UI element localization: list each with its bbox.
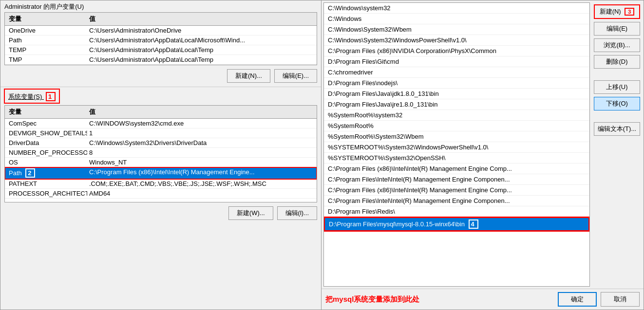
left-panel: Administrator 的用户变量(U) 变量 值 OneDrive C:\… [0, 0, 322, 310]
path-item[interactable]: C:\chromedriver [324, 67, 589, 78]
user-buttons-row: 新建(N)... 编辑(E)... [0, 65, 321, 87]
row-val: 1 [87, 129, 315, 137]
row-var: OS [7, 158, 87, 166]
sys-edit-button[interactable]: 编辑(l)... [277, 206, 317, 220]
row-val: C:\Users\Administrator\AppData\Local\Tem… [87, 46, 315, 54]
path-item[interactable]: C:\Windows\System32\WindowsPowerShell\v1… [324, 35, 589, 46]
path-item[interactable]: %SystemRoot%\System32\Wbem [324, 131, 589, 142]
sys-table-header: 变量 值 [5, 106, 317, 119]
path-edit-button[interactable]: 编辑(E) [594, 22, 640, 36]
path-item[interactable]: %SystemRoot% [324, 121, 589, 131]
table-row[interactable]: PATHEXT .COM;.EXE;.BAT;.CMD;.VBS;.VBE;.J… [5, 179, 317, 189]
table-row[interactable]: TMP C:\Users\Administrator\AppData\Local… [5, 55, 317, 65]
path-item[interactable]: C:\Windows [324, 14, 589, 24]
right-bottom-bar: 把mysql系统变量添加到此处 确定 取消 [322, 289, 644, 310]
path-item[interactable]: %SYSTEMROOT%\System32\WindowsPowerShell\… [324, 142, 589, 153]
bottom-buttons: 确定 取消 [558, 292, 640, 307]
row-val: Windows_NT [87, 158, 315, 166]
path-down-button[interactable]: 下移(O) [594, 97, 640, 110]
table-row[interactable]: DEVMGR_SHOW_DETAILS 1 [5, 128, 317, 138]
path-new-button[interactable]: 新建(N) 3 [594, 4, 640, 19]
sys-new-button[interactable]: 新建(W)... [228, 206, 273, 220]
path-item[interactable]: C:\Program Files\Intel\Intel(R) Manageme… [324, 196, 589, 206]
badge-4: 4 [469, 219, 478, 229]
badge-1: 1 [46, 92, 56, 101]
selected-path-item[interactable]: D:\Program Files\mysql\mysql-8.0.15-winx… [324, 217, 589, 231]
user-col-val-header: 值 [87, 14, 315, 24]
path-list-container: C:\Windows\system32 C:\Windows C:\Window… [322, 0, 644, 289]
user-table-header: 变量 值 [5, 13, 317, 26]
row-val: AMD64 [87, 189, 315, 198]
table-row[interactable]: NUMBER_OF_PROCESSORS 8 [5, 148, 317, 158]
path-item[interactable]: %SystemRoot%\system32 [324, 110, 589, 121]
sys-col-var-header: 变量 [7, 107, 87, 117]
table-row[interactable]: PROCESSOR_ARCHITECTURE AMD64 [5, 189, 317, 199]
row-val: .COM;.EXE;.BAT;.CMD;.VBS;.VBE;.JS;.JSE;.… [87, 180, 315, 188]
right-panel: C:\Windows\system32 C:\Windows C:\Window… [322, 0, 644, 310]
path-item[interactable]: %SYSTEMROOT%\System32\OpenSSH\ [324, 153, 589, 164]
path-item[interactable]: C:\Program Files (x86)\NVIDIA Corporatio… [324, 46, 589, 56]
path-item[interactable]: D:\Program Files\nodejs\ [324, 78, 589, 89]
path-item[interactable]: C:\Program Files (x86)\Intel\Intel(R) Ma… [324, 185, 589, 196]
row-var: Path [7, 36, 87, 44]
row-var: DEVMGR_SHOW_DETAILS [7, 129, 87, 137]
cancel-button[interactable]: 取消 [601, 292, 640, 307]
sys-section-row: 系统变量(S) 1 [0, 87, 321, 105]
path-item[interactable]: C:\Windows\System32\Wbem [324, 24, 589, 35]
row-var: PATHEXT [7, 180, 87, 188]
row-var: ComSpec [7, 119, 87, 128]
user-col-var-header: 变量 [7, 14, 87, 24]
bottom-instruction-text: 把mysql系统变量添加到此处 [325, 295, 419, 304]
row-var: Path 2 [7, 168, 87, 178]
sys-buttons-row: 新建(W)... 编辑(l)... [0, 202, 321, 224]
path-delete-button[interactable]: 删除(D) [594, 55, 640, 69]
user-new-button[interactable]: 新建(N)... [227, 69, 270, 83]
row-val: C:\Program Files (x86)\Intel\Intel(R) Ma… [87, 168, 315, 178]
path-item[interactable]: D:\Program Files\Redis\ [324, 206, 589, 217]
sys-variables-table: 变量 值 ComSpec C:\WINDOWS\system32\cmd.exe… [4, 105, 317, 202]
badge-3: 3 [625, 8, 634, 16]
row-var: OneDrive [7, 26, 87, 35]
user-section-header: Administrator 的用户变量(U) [0, 0, 321, 12]
table-row[interactable]: Path C:\Users\Administrator\AppData\Loca… [5, 36, 317, 45]
row-val: 8 [87, 148, 315, 157]
table-row[interactable]: TEMP C:\Users\Administrator\AppData\Loca… [5, 45, 317, 55]
sys-col-val-header: 值 [87, 107, 315, 117]
row-val: C:\WINDOWS\system32\cmd.exe [87, 119, 315, 128]
right-action-buttons: 新建(N) 3 编辑(E) 浏览(B)... 删除(D) 上移(U) 下移(O)… [590, 2, 644, 287]
path-list[interactable]: C:\Windows\system32 C:\Windows C:\Window… [323, 2, 590, 287]
path-browse-button[interactable]: 浏览(B)... [594, 38, 640, 52]
path-item[interactable]: D:\Program Files\Git\cmd [324, 56, 589, 67]
path-list-wrapper: C:\Windows\system32 C:\Windows C:\Window… [323, 2, 644, 287]
path-edit-text-button[interactable]: 编辑文本(T)... [594, 122, 640, 136]
table-row[interactable]: OS Windows_NT [5, 158, 317, 167]
row-var: TEMP [7, 46, 87, 54]
row-var: TMP [7, 55, 87, 64]
row-val: C:\Users\Administrator\AppData\Local\Tem… [87, 55, 315, 64]
sys-section-label[interactable]: 系统变量(S) 1 [4, 89, 59, 103]
table-row[interactable]: ComSpec C:\WINDOWS\system32\cmd.exe [5, 119, 317, 128]
user-edit-button[interactable]: 编辑(E)... [274, 69, 317, 83]
badge-2: 2 [25, 168, 35, 178]
path-item[interactable]: C:\Windows\system32 [324, 3, 589, 14]
path-up-button[interactable]: 上移(U) [594, 80, 640, 94]
table-row[interactable]: OneDrive C:\Users\Administrator\OneDrive [5, 26, 317, 36]
row-var: PROCESSOR_ARCHITECTURE [7, 189, 87, 198]
path-item[interactable]: D:\Program Files\Java\jre1.8.0_131\bin [324, 99, 589, 110]
path-item[interactable]: D:\Program Files\Java\jdk1.8.0_131\bin [324, 89, 589, 99]
ok-button[interactable]: 确定 [558, 292, 597, 307]
row-val: C:\Windows\System32\Drivers\DriverData [87, 139, 315, 147]
user-section-label: Administrator 的用户变量(U) [4, 3, 84, 10]
row-var: DriverData [7, 139, 87, 147]
row-val: C:\Users\Administrator\OneDrive [87, 26, 315, 35]
table-row[interactable]: DriverData C:\Windows\System32\Drivers\D… [5, 138, 317, 148]
row-val: C:\Users\Administrator\AppData\Local\Mic… [87, 36, 315, 44]
path-item[interactable]: C:\Program Files (x86)\Intel\Intel(R) Ma… [324, 164, 589, 174]
path-row-selected[interactable]: Path 2 C:\Program Files (x86)\Intel\Inte… [5, 167, 317, 179]
path-item[interactable]: C:\Program Files\Intel\Intel(R) Manageme… [324, 174, 589, 185]
user-variables-table: 变量 值 OneDrive C:\Users\Administrator\One… [4, 12, 317, 65]
row-var: NUMBER_OF_PROCESSORS [7, 148, 87, 157]
